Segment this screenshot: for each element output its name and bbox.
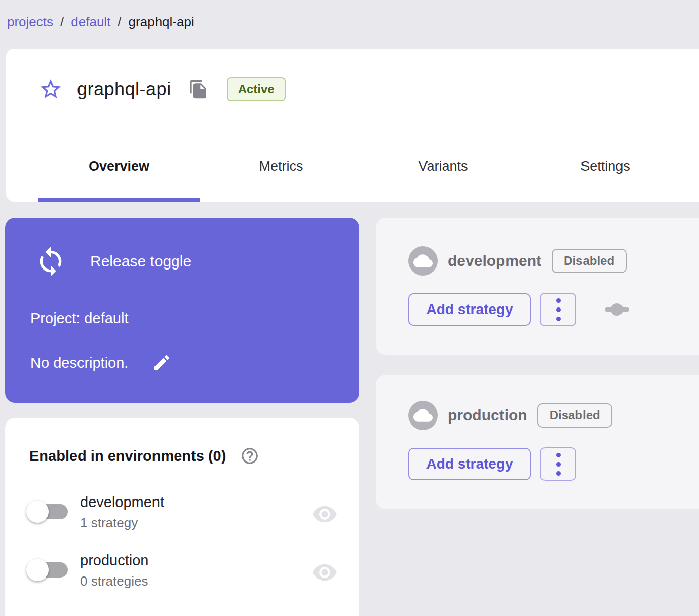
tab-overview[interactable]: Overview xyxy=(38,131,200,202)
add-strategy-button[interactable]: Add strategy xyxy=(408,293,531,326)
project-label: Project: default xyxy=(30,310,128,327)
tab-bar: Overview Metrics Variants Settings xyxy=(38,131,686,202)
breadcrumb: projects / default / graphql-api xyxy=(7,14,195,30)
environment-labels: development 1 strategy xyxy=(80,494,164,531)
visibility-button[interactable] xyxy=(312,501,338,529)
production-environment-card: production Disabled Add strategy xyxy=(376,375,699,509)
copy-icon xyxy=(188,79,209,99)
cloud-icon xyxy=(413,251,433,271)
status-badge: Active xyxy=(227,77,286,101)
strategy-count: 0 strategies xyxy=(80,573,148,589)
breadcrumb-separator: / xyxy=(60,14,64,30)
enabled-environments-card: Enabled in environments (0) development … xyxy=(5,418,359,616)
more-vert-icon xyxy=(556,453,561,457)
environment-status-badge: Disabled xyxy=(552,249,627,273)
environment-card-name: production xyxy=(448,407,527,424)
star-icon xyxy=(38,77,63,101)
copy-name-button[interactable] xyxy=(188,79,209,99)
help-button[interactable] xyxy=(240,446,259,466)
panel-title-row: Enabled in environments (0) xyxy=(29,446,259,466)
environment-menu-button[interactable] xyxy=(540,447,576,481)
edit-description-button[interactable] xyxy=(151,353,172,373)
breadcrumb-link-default[interactable]: default xyxy=(71,14,110,30)
eye-icon xyxy=(312,501,338,527)
environment-name: production xyxy=(80,552,148,569)
toggle-type-label: Release toggle xyxy=(90,253,191,270)
environment-row-production: production 0 strategies xyxy=(25,552,344,589)
development-environment-card: development Disabled Add strategy xyxy=(376,218,699,355)
edit-icon xyxy=(151,353,172,373)
feature-overview-card: Release toggle Project: default No descr… xyxy=(5,218,359,403)
description-row: No description. xyxy=(30,353,172,373)
add-strategy-button[interactable]: Add strategy xyxy=(408,448,531,480)
environment-name: development xyxy=(80,494,164,511)
environment-card-actions: Add strategy xyxy=(408,447,576,481)
tab-variants[interactable]: Variants xyxy=(362,131,524,202)
description-text: No description. xyxy=(30,355,128,371)
breadcrumb-link-projects[interactable]: projects xyxy=(7,14,53,30)
panel-title: Enabled in environments (0) xyxy=(29,448,226,465)
environment-labels: production 0 strategies xyxy=(80,552,148,589)
feature-title-row: graphql-api Active xyxy=(36,75,286,103)
strategy-slider-icon xyxy=(605,302,629,317)
help-icon xyxy=(240,446,259,466)
environment-status-badge: Disabled xyxy=(537,403,612,428)
release-toggle-icon xyxy=(34,245,67,278)
eye-icon xyxy=(312,559,338,586)
breadcrumb-current: graphql-api xyxy=(129,14,195,30)
feature-header-card: graphql-api Active Overview Metrics Vari… xyxy=(6,49,699,202)
more-vert-icon xyxy=(556,298,561,303)
favorite-button[interactable] xyxy=(36,75,65,103)
environment-card-header: production Disabled xyxy=(408,401,612,430)
environment-card-name: development xyxy=(448,252,541,270)
switch-thumb xyxy=(26,500,49,523)
development-toggle-switch[interactable] xyxy=(25,500,69,523)
visibility-button[interactable] xyxy=(312,559,338,587)
strategy-count: 1 strategy xyxy=(80,515,164,531)
environment-card-header: development Disabled xyxy=(408,246,627,276)
environment-card-actions: Add strategy xyxy=(408,293,629,326)
production-toggle-switch[interactable] xyxy=(25,558,69,582)
breadcrumb-separator: / xyxy=(118,14,121,30)
cloud-icon xyxy=(413,406,433,425)
toggle-type-row: Release toggle xyxy=(34,245,191,278)
tab-metrics[interactable]: Metrics xyxy=(200,131,362,202)
environment-avatar xyxy=(408,401,438,430)
environment-menu-button[interactable] xyxy=(540,293,576,326)
switch-thumb xyxy=(26,559,49,581)
page-title: graphql-api xyxy=(77,79,171,100)
environment-row-development: development 1 strategy xyxy=(25,494,344,531)
environment-avatar xyxy=(408,246,438,276)
tab-settings[interactable]: Settings xyxy=(524,131,686,202)
